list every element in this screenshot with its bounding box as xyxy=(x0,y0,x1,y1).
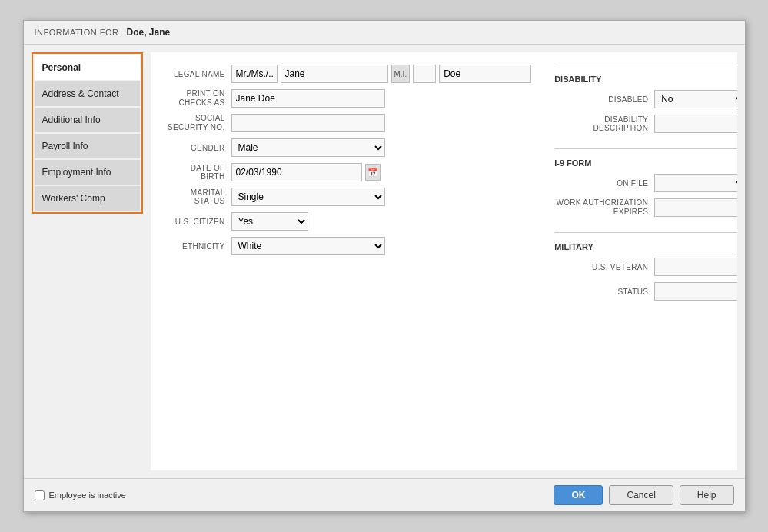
marital-status-label: MARITAL STATUS xyxy=(166,188,231,205)
veteran-select[interactable] xyxy=(654,258,736,276)
gender-label: GENDER xyxy=(166,144,231,152)
veteran-row: U.S. VETERAN xyxy=(554,258,736,276)
ssn-label: SOCIALSECURITY NO. xyxy=(166,114,231,132)
dialog-header: INFORMATION FOR Doe, Jane xyxy=(24,21,745,45)
dob-input[interactable] xyxy=(231,163,362,181)
sidebar-item-workers-comp[interactable]: Workers' Comp xyxy=(35,186,140,211)
sidebar-item-employment-info[interactable]: Employment Info xyxy=(35,160,140,185)
military-title: MILITARY xyxy=(554,242,736,251)
dob-input-group: 📅 xyxy=(231,163,381,181)
veteran-label: U.S. VETERAN xyxy=(554,263,654,271)
first-name-input[interactable] xyxy=(281,65,388,83)
ethnicity-row: ETHNICITY White Black or African America… xyxy=(166,237,532,255)
ethnicity-label: ETHNICITY xyxy=(166,242,231,251)
footer-left: Employee is inactive xyxy=(35,490,126,500)
legal-name-row: LEGAL NAME M.I. xyxy=(166,65,532,83)
two-col-layout: LEGAL NAME M.I. PRINT ONCHECKS AS xyxy=(166,65,722,307)
cancel-button[interactable]: Cancel xyxy=(609,485,673,505)
main-dialog: INFORMATION FOR Doe, Jane Personal Addre… xyxy=(23,20,746,512)
on-file-label: ON FILE xyxy=(554,179,654,188)
footer-buttons: OK Cancel Help xyxy=(554,485,733,505)
inactive-label: Employee is inactive xyxy=(49,490,126,500)
ssn-row: SOCIALSECURITY NO. xyxy=(166,114,532,132)
on-file-select[interactable] xyxy=(654,174,736,192)
disability-desc-label: DISABILITY DESCRIPTION xyxy=(554,115,654,132)
legal-name-inputs: M.I. xyxy=(231,65,532,83)
disability-section: DISABILITY DISABLED No Yes DISABILITY DE… xyxy=(554,65,736,139)
disabled-select[interactable]: No Yes xyxy=(654,90,736,108)
ok-button[interactable]: OK xyxy=(554,485,603,505)
print-on-label: PRINT ONCHECKS AS xyxy=(166,89,231,108)
calendar-icon[interactable]: 📅 xyxy=(365,164,381,181)
dialog-body: Personal Address & Contact Additional In… xyxy=(24,45,745,478)
sidebar-item-personal[interactable]: Personal xyxy=(35,55,140,80)
work-auth-label: WORK AUTHORIZATIONEXPIRES xyxy=(554,198,654,217)
right-sections: DISABILITY DISABLED No Yes DISABILITY DE… xyxy=(554,65,736,307)
mi-input[interactable] xyxy=(413,65,436,83)
i9-title: I-9 FORM xyxy=(554,158,736,168)
name-prefix-input[interactable] xyxy=(231,65,278,83)
us-citizen-select[interactable]: Yes No xyxy=(231,212,308,231)
work-auth-input[interactable] xyxy=(654,198,736,217)
sidebar: Personal Address & Contact Additional In… xyxy=(32,52,143,214)
left-column: LEGAL NAME M.I. PRINT ONCHECKS AS xyxy=(166,65,532,307)
print-on-checks-row: PRINT ONCHECKS AS xyxy=(166,89,532,108)
mi-label: M.I. xyxy=(391,65,411,83)
ssn-input[interactable] xyxy=(231,114,385,132)
legal-name-label: LEGAL NAME xyxy=(166,70,231,78)
disabled-row: DISABLED No Yes xyxy=(554,90,736,108)
sidebar-item-additional-info[interactable]: Additional Info xyxy=(35,108,140,132)
ethnicity-select[interactable]: White Black or African American Hispanic… xyxy=(231,237,385,255)
disability-title: DISABILITY xyxy=(554,75,736,84)
military-status-label: STATUS xyxy=(554,288,654,296)
military-section: MILITARY U.S. VETERAN STATUS xyxy=(554,232,736,307)
gender-select[interactable]: Male Female xyxy=(231,138,385,157)
work-auth-row: WORK AUTHORIZATIONEXPIRES 📅 xyxy=(554,198,736,217)
gender-row: GENDER Male Female xyxy=(166,138,532,157)
right-column: DISABILITY DISABLED No Yes DISABILITY DE… xyxy=(554,65,736,307)
main-content: LEGAL NAME M.I. PRINT ONCHECKS AS xyxy=(151,52,737,470)
i9-section: I-9 FORM ON FILE WORK AUTHORIZATIONEXPIR… xyxy=(554,148,736,223)
disability-desc-input[interactable] xyxy=(654,115,736,133)
dob-row: DATE OF BIRTH 📅 xyxy=(166,163,532,181)
military-status-select[interactable] xyxy=(654,282,736,301)
us-citizen-label: U.S. CITIZEN xyxy=(166,218,231,226)
marital-status-row: MARITAL STATUS Single Married Divorced W… xyxy=(166,188,532,206)
last-name-input[interactable] xyxy=(439,65,531,83)
sidebar-item-address-contact[interactable]: Address & Contact xyxy=(35,81,140,106)
military-status-row: STATUS xyxy=(554,282,736,301)
work-auth-input-group: 📅 xyxy=(654,198,736,217)
employee-name: Doe, Jane xyxy=(126,27,170,38)
marital-status-select[interactable]: Single Married Divorced Widowed xyxy=(231,188,385,206)
us-citizen-row: U.S. CITIZEN Yes No xyxy=(166,212,532,231)
disabled-label: DISABLED xyxy=(554,95,654,104)
print-on-checks-input[interactable] xyxy=(231,89,385,108)
sidebar-item-payroll-info[interactable]: Payroll Info xyxy=(35,134,140,158)
help-button[interactable]: Help xyxy=(680,485,734,505)
dialog-footer: Employee is inactive OK Cancel Help xyxy=(24,478,745,511)
inactive-checkbox[interactable] xyxy=(35,490,45,500)
dob-label: DATE OF BIRTH xyxy=(166,164,231,181)
info-for-label: INFORMATION FOR xyxy=(35,28,119,37)
on-file-row: ON FILE xyxy=(554,174,736,192)
disability-desc-row: DISABILITY DESCRIPTION xyxy=(554,115,736,133)
